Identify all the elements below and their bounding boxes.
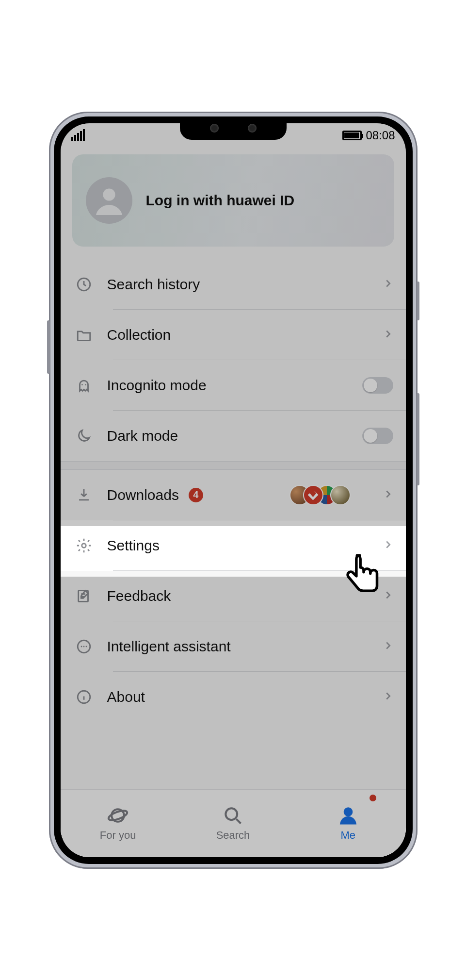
row-label: Collection: [107, 327, 370, 343]
svg-point-9: [85, 646, 87, 647]
power-button: [47, 320, 50, 374]
battery-icon: [342, 131, 362, 140]
tab-label: Me: [341, 829, 356, 842]
svg-point-8: [83, 646, 84, 647]
chevron-right-icon: [383, 489, 393, 501]
avatar-icon: [86, 177, 132, 224]
chevron-right-icon: [383, 691, 393, 703]
search-icon: [222, 805, 243, 826]
bottom-nav: For you Search Me: [61, 789, 406, 857]
chevron-right-icon: [383, 278, 393, 291]
chevron-right-icon: [383, 329, 393, 341]
chevron-right-icon: [383, 590, 393, 602]
ghost-icon: [73, 377, 95, 394]
row-feedback[interactable]: Feedback: [61, 571, 406, 621]
row-intelligent-assistant[interactable]: Intelligent assistant: [61, 621, 406, 672]
incognito-toggle[interactable]: [362, 377, 393, 394]
status-time: 08:08: [366, 129, 395, 142]
chat-icon: [73, 638, 95, 655]
front-camera-icon: [210, 124, 219, 133]
svg-point-12: [108, 809, 129, 822]
moon-icon: [73, 428, 95, 444]
row-about[interactable]: About: [61, 672, 406, 722]
row-label: Dark mode: [107, 428, 350, 444]
row-label: Settings: [107, 537, 370, 554]
thumb-icon: [330, 485, 351, 505]
menu-list: Search history Collection: [61, 259, 406, 722]
svg-point-0: [103, 188, 115, 200]
tab-me[interactable]: Me: [290, 790, 405, 857]
gear-icon: [73, 537, 95, 554]
phone-bezel: 08:08 Log in with huawei ID: [54, 116, 413, 864]
download-thumbnails: [289, 485, 351, 505]
row-downloads[interactable]: Downloads 4: [61, 470, 406, 520]
notch: [180, 116, 287, 140]
row-incognito[interactable]: Incognito mode: [61, 360, 406, 411]
svg-point-7: [80, 646, 82, 647]
row-collection[interactable]: Collection: [61, 310, 406, 360]
info-icon: [73, 689, 95, 705]
tab-search[interactable]: Search: [176, 790, 290, 857]
chevron-right-icon: [383, 539, 393, 552]
svg-point-2: [81, 384, 83, 385]
chevron-right-icon: [383, 640, 393, 653]
volume-button: [417, 393, 419, 485]
svg-point-14: [344, 808, 352, 815]
screen: 08:08 Log in with huawei ID: [61, 123, 406, 857]
dark-mode-toggle[interactable]: [362, 428, 393, 444]
login-card[interactable]: Log in with huawei ID: [72, 154, 394, 247]
download-icon: [73, 487, 95, 503]
row-label: Incognito mode: [107, 377, 350, 394]
section-divider: [61, 461, 406, 470]
tab-for-you[interactable]: For you: [61, 790, 176, 857]
phone-frame: 08:08 Log in with huawei ID: [49, 112, 418, 869]
svg-point-4: [81, 543, 86, 548]
row-label: Search history: [107, 276, 370, 293]
login-label: Log in with huawei ID: [146, 192, 295, 209]
row-label: Intelligent assistant: [107, 638, 370, 655]
svg-point-13: [226, 808, 238, 820]
row-label: Feedback: [107, 588, 370, 604]
tab-label: For you: [100, 829, 136, 842]
row-label: About: [107, 689, 370, 705]
row-search-history[interactable]: Search history: [61, 259, 406, 310]
row-label: Downloads: [107, 487, 179, 503]
thumb-icon: [303, 485, 323, 505]
svg-point-3: [85, 384, 86, 385]
signal-icon: [71, 130, 85, 141]
planet-icon: [107, 805, 129, 826]
row-settings[interactable]: Settings: [61, 520, 406, 571]
downloads-badge: 4: [189, 488, 203, 502]
feedback-icon: [73, 588, 95, 604]
clock-icon: [73, 276, 95, 293]
person-icon: [337, 805, 359, 826]
tab-label: Search: [216, 829, 250, 842]
folder-icon: [73, 327, 95, 343]
notification-dot-icon: [370, 795, 376, 801]
row-dark-mode[interactable]: Dark mode: [61, 411, 406, 461]
side-button-1: [417, 282, 419, 320]
front-camera-icon: [248, 124, 257, 133]
